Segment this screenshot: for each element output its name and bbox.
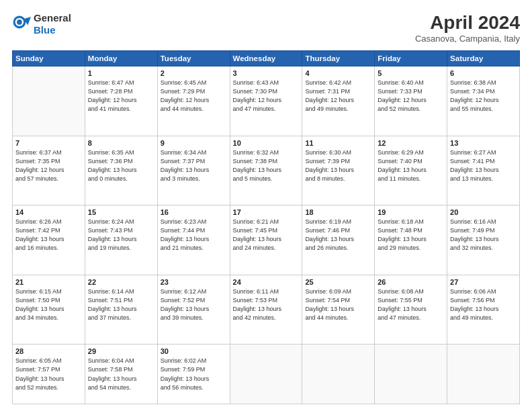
day-number: 14: [15, 208, 82, 216]
day-info: Sunrise: 6:40 AM Sunset: 7:33 PM Dayligh…: [378, 79, 444, 113]
day-number: 11: [305, 139, 371, 147]
day-info: Sunrise: 6:32 AM Sunset: 7:38 PM Dayligh…: [233, 148, 300, 183]
calendar-cell: [375, 345, 447, 404]
calendar-cell: 5Sunrise: 6:40 AM Sunset: 7:33 PM Daylig…: [375, 66, 447, 136]
weekday-header-row: SundayMondayTuesdayWednesdayThursdayFrid…: [13, 51, 520, 66]
week-row-5: 28Sunrise: 6:05 AM Sunset: 7:57 PM Dayli…: [13, 345, 520, 404]
calendar-cell: 3Sunrise: 6:43 AM Sunset: 7:30 PM Daylig…: [230, 66, 302, 136]
day-number: 9: [161, 139, 227, 147]
day-number: 17: [233, 208, 300, 216]
day-number: 30: [161, 347, 227, 355]
calendar-cell: 23Sunrise: 6:12 AM Sunset: 7:52 PM Dayli…: [157, 275, 230, 345]
day-number: 24: [233, 278, 300, 286]
calendar-cell: 26Sunrise: 6:08 AM Sunset: 7:55 PM Dayli…: [375, 275, 447, 345]
week-row-3: 14Sunrise: 6:26 AM Sunset: 7:42 PM Dayli…: [13, 205, 520, 275]
day-info: Sunrise: 6:09 AM Sunset: 7:54 PM Dayligh…: [305, 287, 371, 322]
day-info: Sunrise: 6:16 AM Sunset: 7:49 PM Dayligh…: [450, 218, 517, 253]
day-number: 22: [88, 278, 154, 286]
weekday-header-saturday: Saturday: [447, 51, 520, 66]
day-info: Sunrise: 6:43 AM Sunset: 7:30 PM Dayligh…: [233, 79, 300, 113]
day-info: Sunrise: 6:30 AM Sunset: 7:39 PM Dayligh…: [305, 148, 371, 183]
title-block: April 2024 Casanova, Campania, Italy: [415, 12, 520, 44]
day-number: 7: [15, 139, 82, 147]
calendar-cell: 21Sunrise: 6:15 AM Sunset: 7:50 PM Dayli…: [13, 275, 85, 345]
calendar-cell: 14Sunrise: 6:26 AM Sunset: 7:42 PM Dayli…: [13, 205, 85, 275]
logo-line1: General: [34, 12, 71, 24]
calendar-cell: 2Sunrise: 6:45 AM Sunset: 7:29 PM Daylig…: [157, 66, 230, 136]
day-info: Sunrise: 6:23 AM Sunset: 7:44 PM Dayligh…: [161, 218, 227, 253]
day-number: 20: [450, 208, 517, 216]
weekday-header-sunday: Sunday: [13, 51, 85, 66]
day-number: 6: [450, 69, 517, 77]
day-info: Sunrise: 6:14 AM Sunset: 7:51 PM Dayligh…: [88, 287, 154, 322]
day-number: 12: [378, 139, 444, 147]
calendar-cell: 24Sunrise: 6:11 AM Sunset: 7:53 PM Dayli…: [230, 275, 302, 345]
calendar-cell: 10Sunrise: 6:32 AM Sunset: 7:38 PM Dayli…: [230, 136, 302, 205]
day-number: 25: [305, 278, 371, 286]
day-number: 23: [161, 278, 227, 286]
day-info: Sunrise: 6:02 AM Sunset: 7:59 PM Dayligh…: [161, 357, 227, 392]
location: Casanova, Campania, Italy: [415, 34, 520, 44]
day-info: Sunrise: 6:12 AM Sunset: 7:52 PM Dayligh…: [161, 287, 227, 322]
day-info: Sunrise: 6:47 AM Sunset: 7:28 PM Dayligh…: [88, 79, 154, 113]
day-info: Sunrise: 6:15 AM Sunset: 7:50 PM Dayligh…: [15, 287, 82, 322]
day-number: 29: [88, 347, 154, 355]
day-info: Sunrise: 6:21 AM Sunset: 7:45 PM Dayligh…: [233, 218, 300, 253]
day-number: 2: [161, 69, 227, 77]
calendar-cell: 11Sunrise: 6:30 AM Sunset: 7:39 PM Dayli…: [302, 136, 375, 205]
day-number: 26: [378, 278, 444, 286]
calendar-cell: 30Sunrise: 6:02 AM Sunset: 7:59 PM Dayli…: [157, 345, 230, 404]
day-number: 19: [378, 208, 444, 216]
calendar-cell: [302, 345, 375, 404]
weekday-header-tuesday: Tuesday: [157, 51, 230, 66]
day-number: 1: [88, 69, 154, 77]
day-number: 18: [305, 208, 371, 216]
day-number: 10: [233, 139, 300, 147]
calendar-cell: 20Sunrise: 6:16 AM Sunset: 7:49 PM Dayli…: [447, 205, 520, 275]
logo: General Blue: [12, 12, 71, 36]
day-number: 4: [305, 69, 371, 77]
calendar-cell: [230, 345, 302, 404]
day-info: Sunrise: 6:06 AM Sunset: 7:56 PM Dayligh…: [450, 287, 517, 322]
calendar-cell: 15Sunrise: 6:24 AM Sunset: 7:43 PM Dayli…: [85, 205, 157, 275]
calendar-cell: 18Sunrise: 6:19 AM Sunset: 7:46 PM Dayli…: [302, 205, 375, 275]
day-info: Sunrise: 6:05 AM Sunset: 7:57 PM Dayligh…: [15, 357, 82, 392]
weekday-header-thursday: Thursday: [302, 51, 375, 66]
day-number: 3: [233, 69, 300, 77]
calendar-cell: 4Sunrise: 6:42 AM Sunset: 7:31 PM Daylig…: [302, 66, 375, 136]
day-info: Sunrise: 6:29 AM Sunset: 7:40 PM Dayligh…: [378, 148, 444, 183]
day-number: 15: [88, 208, 154, 216]
calendar-cell: 7Sunrise: 6:37 AM Sunset: 7:35 PM Daylig…: [13, 136, 85, 205]
calendar-cell: 22Sunrise: 6:14 AM Sunset: 7:51 PM Dayli…: [85, 275, 157, 345]
svg-point-2: [17, 19, 22, 25]
day-number: 13: [450, 139, 517, 147]
weekday-header-monday: Monday: [85, 51, 157, 66]
calendar-cell: 9Sunrise: 6:34 AM Sunset: 7:37 PM Daylig…: [157, 136, 230, 205]
day-info: Sunrise: 6:11 AM Sunset: 7:53 PM Dayligh…: [233, 287, 300, 322]
day-number: 16: [161, 208, 227, 216]
calendar-table: SundayMondayTuesdayWednesdayThursdayFrid…: [12, 50, 520, 404]
day-number: 5: [378, 69, 444, 77]
calendar-cell: 19Sunrise: 6:18 AM Sunset: 7:48 PM Dayli…: [375, 205, 447, 275]
day-info: Sunrise: 6:04 AM Sunset: 7:58 PM Dayligh…: [88, 357, 154, 392]
day-info: Sunrise: 6:27 AM Sunset: 7:41 PM Dayligh…: [450, 148, 517, 183]
day-info: Sunrise: 6:08 AM Sunset: 7:55 PM Dayligh…: [378, 287, 444, 322]
day-info: Sunrise: 6:45 AM Sunset: 7:29 PM Dayligh…: [161, 79, 227, 113]
calendar-cell: [447, 345, 520, 404]
calendar-cell: 16Sunrise: 6:23 AM Sunset: 7:44 PM Dayli…: [157, 205, 230, 275]
calendar-cell: 1Sunrise: 6:47 AM Sunset: 7:28 PM Daylig…: [85, 66, 157, 136]
week-row-1: 1Sunrise: 6:47 AM Sunset: 7:28 PM Daylig…: [13, 66, 520, 136]
day-info: Sunrise: 6:24 AM Sunset: 7:43 PM Dayligh…: [88, 218, 154, 253]
calendar-cell: 27Sunrise: 6:06 AM Sunset: 7:56 PM Dayli…: [447, 275, 520, 345]
calendar-cell: 17Sunrise: 6:21 AM Sunset: 7:45 PM Dayli…: [230, 205, 302, 275]
calendar-cell: 8Sunrise: 6:35 AM Sunset: 7:36 PM Daylig…: [85, 136, 157, 205]
page: General Blue April 2024 Casanova, Campan…: [0, 0, 532, 411]
day-number: 8: [88, 139, 154, 147]
week-row-2: 7Sunrise: 6:37 AM Sunset: 7:35 PM Daylig…: [13, 136, 520, 205]
day-info: Sunrise: 6:18 AM Sunset: 7:48 PM Dayligh…: [378, 218, 444, 253]
day-info: Sunrise: 6:38 AM Sunset: 7:34 PM Dayligh…: [450, 79, 517, 113]
day-number: 21: [15, 278, 82, 286]
logo-line2: Blue: [34, 24, 71, 36]
weekday-header-wednesday: Wednesday: [230, 51, 302, 66]
day-info: Sunrise: 6:19 AM Sunset: 7:46 PM Dayligh…: [305, 218, 371, 253]
